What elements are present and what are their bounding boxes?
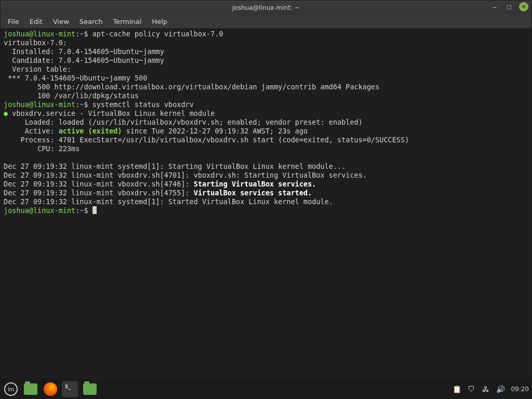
menu-search[interactable]: Search — [74, 16, 108, 27]
apt-vt-1: *** 7.0.4-154605~Ubuntu~jammy 500 — [4, 74, 147, 82]
sound-icon: 🔊 — [496, 385, 505, 393]
prompt-symbol: $ — [84, 30, 88, 38]
terminal-body[interactable]: joshua@linux-mint:~$ apt-cache policy vi… — [1, 29, 531, 379]
prompt-user: joshua@linux-mint — [4, 30, 75, 38]
svc-header: vboxdrv.service - VirtualBox Linux kerne… — [8, 109, 215, 117]
svc-process: Process: 4701 ExecStart=/usr/lib/virtual… — [4, 136, 409, 144]
log-5: Dec 27 09:19:32 linux-mint systemd[1]: S… — [4, 197, 333, 206]
cursor — [92, 206, 97, 214]
status-dot-icon: ● — [4, 109, 8, 117]
log-3b: Starting VirtualBox services. — [194, 180, 316, 188]
menu-help[interactable]: Help — [147, 16, 172, 27]
taskbar: lm $_ 📋 ⛉ 🖧 🔊 09:20 — [0, 379, 532, 399]
svc-loaded: Loaded: loaded (/usr/lib/virtualbox/vbox… — [4, 118, 363, 126]
prompt-symbol: $ — [84, 100, 88, 109]
log-1: Dec 27 09:19:32 linux-mint systemd[1]: S… — [4, 162, 345, 170]
svc-active-rest: since Tue 2022-12-27 09:19:32 AWST; 23s … — [122, 127, 308, 135]
prompt-user: joshua@linux-mint — [4, 100, 75, 109]
maximize-button[interactable]: □ — [504, 2, 514, 11]
svc-cpu: CPU: 223ms — [4, 144, 79, 153]
menu-file[interactable]: File — [3, 16, 24, 27]
window-title: joshua@linux-mint: ~ — [232, 4, 300, 11]
prompt-symbol: $ — [84, 206, 88, 215]
log-4p: Dec 27 09:19:32 linux-mint vboxdrv.sh[47… — [4, 189, 194, 197]
apt-candidate: Candidate: 7.0.4-154605~Ubuntu~jammy — [4, 56, 164, 64]
terminal-launcher[interactable]: $_ — [62, 381, 78, 397]
log-3p: Dec 27 09:19:32 linux-mint vboxdrv.sh[47… — [4, 180, 194, 188]
menu-launcher[interactable]: lm — [3, 381, 19, 397]
menu-edit[interactable]: Edit — [24, 16, 48, 27]
files-launcher[interactable] — [82, 381, 98, 397]
cmd-2: systemctl status vboxdrv — [92, 100, 194, 109]
firefox-launcher[interactable] — [43, 381, 58, 397]
close-icon: ✕ — [521, 3, 526, 10]
show-desktop-button[interactable] — [23, 381, 38, 397]
minimize-button[interactable]: – — [490, 2, 499, 11]
mint-logo-icon: lm — [4, 382, 18, 396]
svc-active-label: Active: — [4, 127, 59, 135]
apt-installed: Installed: 7.0.4-154605~Ubuntu~jammy — [4, 47, 164, 56]
minimize-icon: – — [493, 3, 496, 11]
shield-icon: ⛉ — [468, 385, 475, 393]
terminal-glyph: $_ — [65, 383, 71, 389]
apt-header: virtualbox-7.0: — [4, 38, 67, 47]
clipboard-tray-icon[interactable]: 📋 — [453, 385, 461, 393]
maximize-icon: □ — [507, 3, 511, 11]
clock[interactable]: 09:20 — [511, 385, 529, 393]
titlebar[interactable]: joshua@linux-mint: ~ – □ ✕ — [1, 1, 531, 15]
close-button[interactable]: ✕ — [519, 2, 528, 11]
apt-vt-3: 100 /var/lib/dpkg/status — [4, 91, 139, 100]
menubar: File Edit View Search Terminal Help — [1, 15, 531, 29]
log-2: Dec 27 09:19:32 linux-mint vboxdrv.sh[47… — [4, 171, 367, 179]
folder-icon — [83, 383, 97, 395]
menu-terminal[interactable]: Terminal — [108, 16, 147, 27]
clipboard-icon: 📋 — [453, 385, 461, 393]
shield-tray-icon[interactable]: ⛉ — [467, 385, 475, 393]
firefox-icon — [44, 382, 57, 396]
network-tray-icon[interactable]: 🖧 — [482, 385, 490, 393]
apt-vt-label: Version table: — [4, 65, 71, 73]
apt-vt-2: 500 http://download.virtualbox.org/virtu… — [4, 83, 379, 91]
desktop-icon — [24, 383, 37, 395]
prompt-user: joshua@linux-mint — [4, 206, 75, 215]
terminal-window: joshua@linux-mint: ~ – □ ✕ File Edit Vie… — [0, 0, 532, 379]
svc-active-state: active (exited) — [59, 127, 122, 135]
window-controls: – □ ✕ — [490, 2, 528, 11]
terminal-icon: $_ — [62, 381, 78, 397]
cmd-1: apt-cache policy virtualbox-7.0 — [92, 30, 223, 38]
log-4b: VirtualBox services started. — [194, 189, 312, 197]
network-icon: 🖧 — [482, 385, 489, 393]
sound-tray-icon[interactable]: 🔊 — [496, 385, 504, 393]
menu-view[interactable]: View — [48, 16, 74, 27]
